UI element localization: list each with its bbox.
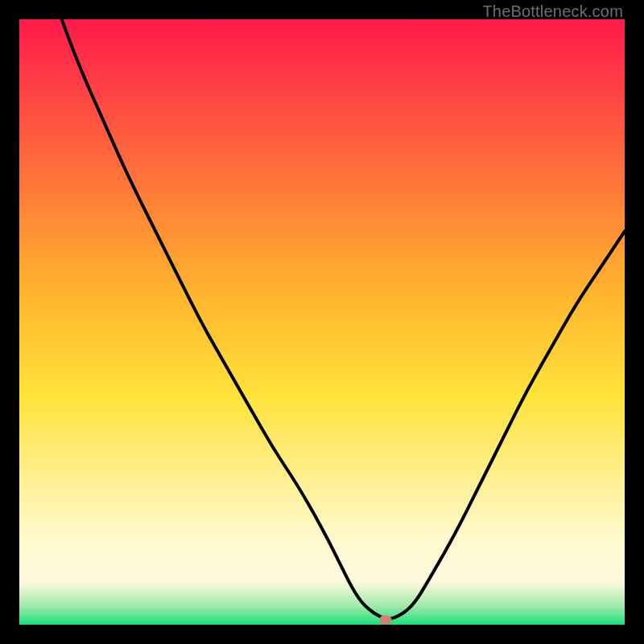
bottleneck-curve bbox=[19, 19, 625, 625]
chart-frame: TheBottleneck.com bbox=[0, 0, 644, 644]
optimum-marker bbox=[379, 615, 391, 624]
watermark-text: TheBottleneck.com bbox=[482, 2, 623, 21]
plot-area bbox=[19, 19, 625, 625]
